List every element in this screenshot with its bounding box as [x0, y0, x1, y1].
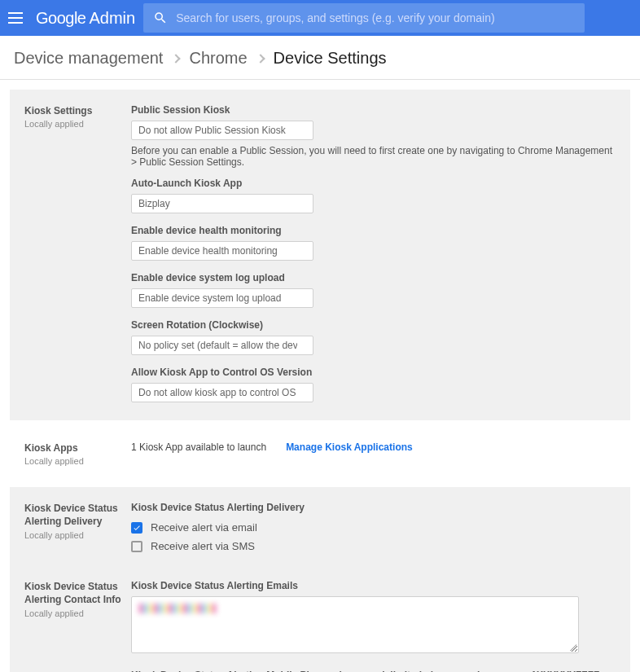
apps-available-text: 1 Kiosk App available to launch	[131, 441, 266, 453]
breadcrumb-item-device-management[interactable]: Device management	[14, 49, 163, 68]
search-bar[interactable]	[143, 3, 585, 33]
label-health-monitoring: Enable device health monitoring	[131, 225, 616, 236]
label-syslog-upload: Enable device system log upload	[131, 272, 616, 283]
help-public-session: Before you can enable a Public Session, …	[131, 145, 616, 168]
panel-main: Kiosk Device Status Alerting Emails Kios…	[131, 580, 616, 672]
panel-title: Kiosk Device Status Alerting Contact Inf…	[24, 580, 131, 606]
checkbox-row-email[interactable]: Receive alert via email	[131, 521, 616, 534]
select-health-monitoring[interactable]: Enable device health monitoring	[131, 241, 313, 261]
panel-main: Kiosk Device Status Alerting Delivery Re…	[131, 502, 616, 559]
heading-alerting-delivery: Kiosk Device Status Alerting Delivery	[131, 502, 616, 513]
panel-main: 1 Kiosk App available to launch Manage K…	[131, 441, 616, 466]
menu-icon[interactable]	[8, 8, 28, 28]
breadcrumb-item-chrome[interactable]: Chrome	[189, 49, 247, 68]
panel-title: Kiosk Apps	[24, 441, 131, 455]
select-os-version[interactable]: Do not allow kiosk app to control OS ver…	[131, 383, 313, 402]
search-icon	[153, 11, 168, 25]
panel-alerting: Kiosk Device Status Alerting Delivery Lo…	[10, 487, 630, 672]
chevron-right-icon	[172, 54, 181, 63]
label-alert-sms: Receive alert via SMS	[151, 540, 255, 552]
select-screen-rotation[interactable]: No policy set (default = allow the devic…	[131, 336, 313, 355]
breadcrumb-item-device-settings: Device Settings	[274, 49, 387, 68]
panel-title: Kiosk Device Status Alerting Delivery	[24, 502, 131, 528]
panel-main: Public Session Kiosk Do not allow Public…	[131, 104, 616, 402]
search-input[interactable]	[176, 11, 575, 24]
panel-kiosk-apps: Kiosk Apps Locally applied 1 Kiosk App a…	[10, 430, 630, 477]
chevron-right-icon	[256, 54, 265, 63]
panel-side: Kiosk Settings Locally applied	[24, 104, 131, 402]
breadcrumb: Device management Chrome Device Settings	[0, 36, 640, 80]
checkbox-row-sms[interactable]: Receive alert via SMS	[131, 540, 616, 552]
label-public-session: Public Session Kiosk	[131, 104, 616, 116]
checkbox-email[interactable]	[131, 522, 142, 534]
panel-kiosk-settings: Kiosk Settings Locally applied Public Se…	[10, 90, 630, 420]
panels-container: Kiosk Settings Locally applied Public Se…	[0, 80, 640, 672]
logo[interactable]: Google Admin	[36, 9, 135, 28]
panel-side-contact: Kiosk Device Status Alerting Contact Inf…	[24, 580, 131, 672]
panel-side: Kiosk Apps Locally applied	[24, 441, 131, 466]
label-screen-rotation: Screen Rotation (Clockwise)	[131, 319, 616, 331]
logo-google-text: Google	[36, 9, 86, 28]
label-alert-emails: Kiosk Device Status Alerting Emails	[131, 580, 616, 591]
textarea-alert-emails[interactable]	[131, 596, 579, 653]
select-public-session[interactable]: Do not allow Public Session Kiosk	[131, 121, 313, 140]
panel-applied: Locally applied	[24, 119, 131, 129]
checkbox-sms[interactable]	[131, 541, 142, 552]
panel-applied: Locally applied	[24, 608, 131, 618]
select-syslog-upload[interactable]: Enable device system log upload	[131, 288, 313, 308]
redacted-content	[138, 604, 217, 613]
panel-applied: Locally applied	[24, 456, 131, 466]
label-auto-launch: Auto-Launch Kiosk App	[131, 178, 616, 189]
panel-side-delivery: Kiosk Device Status Alerting Delivery Lo…	[24, 502, 131, 559]
label-alert-email: Receive alert via email	[151, 521, 257, 534]
manage-kiosk-link[interactable]: Manage Kiosk Applications	[286, 441, 413, 453]
logo-admin-text: Admin	[90, 9, 136, 28]
panel-title: Kiosk Settings	[24, 104, 131, 117]
panel-applied: Locally applied	[24, 530, 131, 540]
top-bar: Google Admin	[0, 0, 640, 36]
label-os-version: Allow Kiosk App to Control OS Version	[131, 367, 616, 378]
select-auto-launch[interactable]: Bizplay	[131, 194, 313, 213]
